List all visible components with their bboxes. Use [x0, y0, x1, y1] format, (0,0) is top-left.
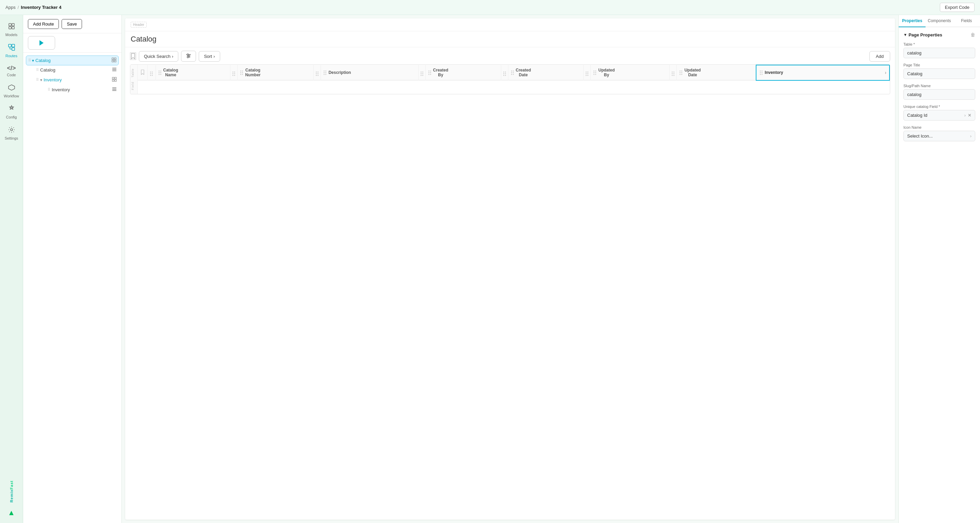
route-panel-header: Add Route Save: [23, 15, 121, 33]
right-panel-body: ▼ Page Properties 🗑 Table * Page Title S…: [899, 27, 980, 523]
filter-button[interactable]: [181, 51, 196, 62]
right-panel-tabs: Properties Components Fields: [899, 15, 980, 27]
catalog-name-header: CatalogName: [163, 68, 178, 77]
breadcrumb-separator: /: [18, 5, 19, 10]
header-label: Header: [130, 22, 147, 27]
col-drag-icon: [158, 70, 162, 76]
delete-icon[interactable]: 🗑: [970, 32, 975, 37]
main-canvas: Header Catalog Quick Search ›: [122, 15, 898, 523]
tree-row-inventory-child[interactable]: ⠿ Inventory: [42, 85, 119, 94]
svg-rect-17: [112, 69, 116, 70]
svg-rect-3: [12, 27, 14, 29]
sidebar-item-routes[interactable]: Routes: [2, 40, 21, 61]
chevron-down-icon[interactable]: ▾: [32, 58, 34, 63]
unique-field-selector[interactable]: Catalog Id › ✕: [904, 110, 975, 121]
page-title-field-input[interactable]: [904, 69, 975, 79]
inventory-parent-label: Inventory: [43, 77, 62, 82]
th-bookmark: [138, 65, 147, 80]
chevron-right-icon[interactable]: ›: [964, 113, 966, 118]
side-labels: Table Field: [130, 65, 138, 94]
table-header-row: CatalogName: [138, 65, 889, 80]
th-divider-4: [501, 65, 508, 80]
tab-fields[interactable]: Fields: [953, 15, 980, 27]
section-chevron-icon: ▼: [904, 33, 907, 37]
catalog-number-header: CatalogNumber: [245, 68, 260, 77]
clear-unique-field-icon[interactable]: ✕: [968, 113, 972, 118]
tree-node-inventory-parent: ⠿ ▾ Inventory: [34, 75, 119, 94]
col-drag-icon: [511, 70, 514, 76]
inventory-drag-icon: [759, 70, 763, 76]
play-button[interactable]: [28, 36, 55, 50]
sort-button[interactable]: Sort ›: [199, 51, 220, 62]
svg-rect-21: [112, 80, 114, 81]
section-title: ▼ Page Properties: [904, 32, 942, 37]
th-created-date: CreatedDate: [508, 65, 584, 80]
list-icon: [112, 67, 117, 73]
slug-field-label: Slug/Path Name: [904, 84, 975, 88]
svg-rect-1: [12, 24, 14, 26]
tree-row-catalog-child[interactable]: ⠿ Catalog: [34, 65, 119, 75]
table-field-input[interactable]: [904, 48, 975, 58]
upload-button[interactable]: ▲: [5, 507, 18, 519]
save-button[interactable]: Save: [62, 19, 82, 29]
icon-name-selector[interactable]: Select Icon... ›: [904, 131, 975, 141]
th-catalog-number: CatalogNumber: [237, 65, 314, 80]
col-drag-icon: [593, 70, 597, 76]
add-route-button[interactable]: Add Route: [28, 19, 59, 29]
th-divider-6: [670, 65, 677, 80]
created-date-header: CreatedDate: [516, 68, 531, 77]
quick-search-label: Quick Search: [144, 54, 170, 59]
chevron-right-icon: ›: [970, 134, 972, 139]
description-header: Description: [328, 70, 351, 75]
tree-row-catalog-root[interactable]: ⠿ ▾ Catalog: [26, 56, 119, 65]
col-drag-icon: [323, 70, 327, 76]
sidebar-item-config[interactable]: Config: [2, 102, 21, 123]
catalog-child-label: Catalog: [40, 67, 56, 73]
add-button[interactable]: Add: [869, 51, 890, 62]
route-panel: Add Route Save ⠿ ▾ Catalog: [23, 15, 122, 523]
sidebar-item-models-label: Models: [5, 33, 18, 37]
sidebar-item-models[interactable]: Models: [2, 19, 21, 40]
sidebar-item-code[interactable]: </> Code: [2, 61, 21, 80]
page-title-field-label: Page Title: [904, 63, 975, 67]
svg-rect-13: [115, 58, 116, 60]
page-properties-header: ▼ Page Properties 🗑: [904, 32, 975, 37]
inventory-col-arrow-icon: ›: [885, 70, 886, 75]
col-drag-icon: [232, 71, 236, 77]
export-code-button[interactable]: Export Code: [940, 3, 975, 12]
tab-components[interactable]: Components: [926, 15, 953, 27]
col-drag-icon: [503, 71, 507, 77]
quick-search-button[interactable]: Quick Search ›: [139, 51, 178, 62]
th-divider-3: [418, 65, 425, 80]
table-field-label: Table *: [904, 42, 975, 46]
sidebar-item-code-label: Code: [7, 73, 16, 77]
th-updated-by: UpdatedBy: [591, 65, 670, 80]
sidebar-item-config-label: Config: [6, 115, 17, 119]
chevron-right-icon[interactable]: ▾: [40, 78, 42, 82]
col-drag-icon: [428, 70, 432, 76]
drag-handle-icon: ⠿: [48, 88, 50, 92]
tree-row-inventory-parent[interactable]: ⠿ ▾ Inventory: [34, 75, 119, 85]
config-icon: [8, 105, 15, 114]
sidebar-item-settings[interactable]: Settings: [2, 123, 21, 144]
th-inventory[interactable]: Inventory ›: [756, 65, 889, 80]
sidebar-item-workflow[interactable]: Workflow: [2, 80, 21, 102]
table-row-empty: [138, 80, 889, 94]
icon-name-field-label: Icon Name: [904, 125, 975, 129]
svg-point-11: [11, 129, 13, 131]
svg-rect-24: [112, 89, 116, 89]
th-updated-date: UpdatedDate: [677, 65, 756, 80]
tab-properties[interactable]: Properties: [899, 15, 926, 27]
tree-node-catalog-root: ⠿ ▾ Catalog: [26, 56, 119, 94]
icon-name-field: Icon Name Select Icon... ›: [904, 125, 975, 141]
tree-node-catalog-child: ⠿ Catalog: [34, 65, 119, 75]
drag-handle-icon: [150, 71, 153, 77]
unique-field-label: Unique catalog Field *: [904, 105, 975, 108]
route-tree: ⠿ ▾ Catalog: [23, 53, 121, 523]
slug-field-input[interactable]: [904, 89, 975, 100]
table-toolbar: Quick Search › S: [130, 51, 890, 62]
drag-handle-icon: ⠿: [36, 78, 39, 82]
apps-link[interactable]: Apps: [5, 5, 16, 10]
grid-icon-small: [112, 77, 117, 83]
svg-point-10: [11, 107, 12, 108]
